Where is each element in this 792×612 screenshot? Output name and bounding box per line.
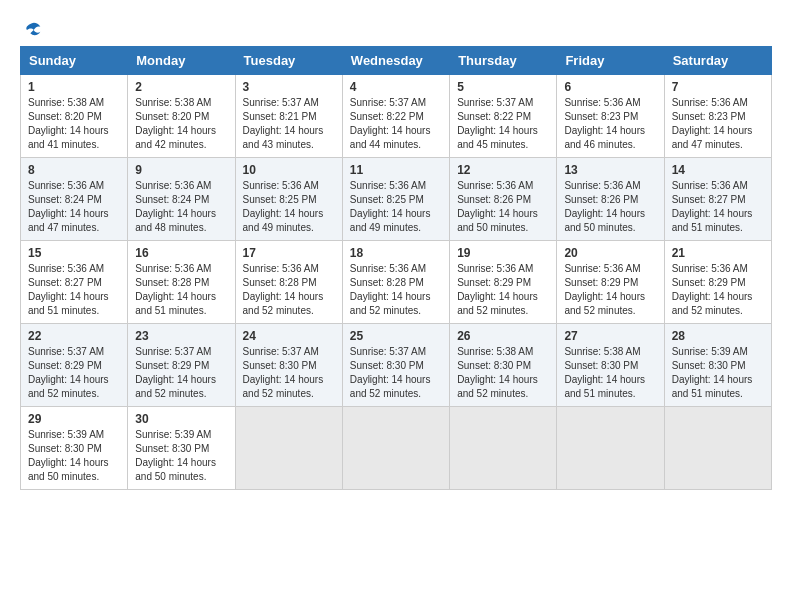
calendar-cell: 20 Sunrise: 5:36 AM Sunset: 8:29 PM Dayl… xyxy=(557,241,664,324)
daylight-label: Daylight: 14 hours and 50 minutes. xyxy=(457,208,538,233)
cell-content: Sunrise: 5:38 AM Sunset: 8:20 PM Dayligh… xyxy=(135,96,227,152)
sunset-label: Sunset: 8:27 PM xyxy=(672,194,746,205)
cell-content: Sunrise: 5:36 AM Sunset: 8:26 PM Dayligh… xyxy=(564,179,656,235)
calendar-cell: 14 Sunrise: 5:36 AM Sunset: 8:27 PM Dayl… xyxy=(664,158,771,241)
calendar-cell xyxy=(557,407,664,490)
cell-content: Sunrise: 5:36 AM Sunset: 8:24 PM Dayligh… xyxy=(28,179,120,235)
calendar-table: SundayMondayTuesdayWednesdayThursdayFrid… xyxy=(20,46,772,490)
cell-content: Sunrise: 5:36 AM Sunset: 8:28 PM Dayligh… xyxy=(350,262,442,318)
day-number: 9 xyxy=(135,163,227,177)
daylight-label: Daylight: 14 hours and 41 minutes. xyxy=(28,125,109,150)
day-number: 11 xyxy=(350,163,442,177)
sunrise-label: Sunrise: 5:39 AM xyxy=(672,346,748,357)
daylight-label: Daylight: 14 hours and 45 minutes. xyxy=(457,125,538,150)
day-header-tuesday: Tuesday xyxy=(235,47,342,75)
calendar-cell: 9 Sunrise: 5:36 AM Sunset: 8:24 PM Dayli… xyxy=(128,158,235,241)
sunrise-label: Sunrise: 5:36 AM xyxy=(243,263,319,274)
cell-content: Sunrise: 5:39 AM Sunset: 8:30 PM Dayligh… xyxy=(135,428,227,484)
daylight-label: Daylight: 14 hours and 49 minutes. xyxy=(243,208,324,233)
day-number: 2 xyxy=(135,80,227,94)
calendar-cell: 28 Sunrise: 5:39 AM Sunset: 8:30 PM Dayl… xyxy=(664,324,771,407)
cell-content: Sunrise: 5:36 AM Sunset: 8:28 PM Dayligh… xyxy=(135,262,227,318)
calendar-cell: 13 Sunrise: 5:36 AM Sunset: 8:26 PM Dayl… xyxy=(557,158,664,241)
calendar-cell: 23 Sunrise: 5:37 AM Sunset: 8:29 PM Dayl… xyxy=(128,324,235,407)
day-header-wednesday: Wednesday xyxy=(342,47,449,75)
calendar-row: 29 Sunrise: 5:39 AM Sunset: 8:30 PM Dayl… xyxy=(21,407,772,490)
day-header-friday: Friday xyxy=(557,47,664,75)
day-number: 18 xyxy=(350,246,442,260)
cell-content: Sunrise: 5:38 AM Sunset: 8:30 PM Dayligh… xyxy=(457,345,549,401)
day-number: 16 xyxy=(135,246,227,260)
calendar-cell: 2 Sunrise: 5:38 AM Sunset: 8:20 PM Dayli… xyxy=(128,75,235,158)
sunrise-label: Sunrise: 5:36 AM xyxy=(135,263,211,274)
daylight-label: Daylight: 14 hours and 44 minutes. xyxy=(350,125,431,150)
sunrise-label: Sunrise: 5:36 AM xyxy=(350,263,426,274)
cell-content: Sunrise: 5:39 AM Sunset: 8:30 PM Dayligh… xyxy=(28,428,120,484)
daylight-label: Daylight: 14 hours and 52 minutes. xyxy=(28,374,109,399)
sunset-label: Sunset: 8:30 PM xyxy=(672,360,746,371)
day-header-thursday: Thursday xyxy=(450,47,557,75)
daylight-label: Daylight: 14 hours and 51 minutes. xyxy=(28,291,109,316)
calendar-cell: 18 Sunrise: 5:36 AM Sunset: 8:28 PM Dayl… xyxy=(342,241,449,324)
sunrise-label: Sunrise: 5:37 AM xyxy=(243,97,319,108)
day-number: 14 xyxy=(672,163,764,177)
calendar-header-row: SundayMondayTuesdayWednesdayThursdayFrid… xyxy=(21,47,772,75)
calendar-cell: 25 Sunrise: 5:37 AM Sunset: 8:30 PM Dayl… xyxy=(342,324,449,407)
cell-content: Sunrise: 5:38 AM Sunset: 8:20 PM Dayligh… xyxy=(28,96,120,152)
sunset-label: Sunset: 8:22 PM xyxy=(457,111,531,122)
daylight-label: Daylight: 14 hours and 51 minutes. xyxy=(672,208,753,233)
calendar-cell: 6 Sunrise: 5:36 AM Sunset: 8:23 PM Dayli… xyxy=(557,75,664,158)
cell-content: Sunrise: 5:36 AM Sunset: 8:26 PM Dayligh… xyxy=(457,179,549,235)
cell-content: Sunrise: 5:36 AM Sunset: 8:29 PM Dayligh… xyxy=(564,262,656,318)
day-number: 21 xyxy=(672,246,764,260)
sunset-label: Sunset: 8:20 PM xyxy=(28,111,102,122)
cell-content: Sunrise: 5:36 AM Sunset: 8:29 PM Dayligh… xyxy=(457,262,549,318)
calendar-cell: 5 Sunrise: 5:37 AM Sunset: 8:22 PM Dayli… xyxy=(450,75,557,158)
sunset-label: Sunset: 8:29 PM xyxy=(135,360,209,371)
sunset-label: Sunset: 8:24 PM xyxy=(135,194,209,205)
day-number: 20 xyxy=(564,246,656,260)
daylight-label: Daylight: 14 hours and 52 minutes. xyxy=(243,291,324,316)
sunrise-label: Sunrise: 5:36 AM xyxy=(28,263,104,274)
daylight-label: Daylight: 14 hours and 48 minutes. xyxy=(135,208,216,233)
daylight-label: Daylight: 14 hours and 43 minutes. xyxy=(243,125,324,150)
cell-content: Sunrise: 5:39 AM Sunset: 8:30 PM Dayligh… xyxy=(672,345,764,401)
calendar-cell xyxy=(664,407,771,490)
sunrise-label: Sunrise: 5:36 AM xyxy=(564,263,640,274)
calendar-cell xyxy=(342,407,449,490)
daylight-label: Daylight: 14 hours and 50 minutes. xyxy=(564,208,645,233)
day-number: 27 xyxy=(564,329,656,343)
sunset-label: Sunset: 8:30 PM xyxy=(28,443,102,454)
daylight-label: Daylight: 14 hours and 42 minutes. xyxy=(135,125,216,150)
day-number: 22 xyxy=(28,329,120,343)
sunrise-label: Sunrise: 5:36 AM xyxy=(672,263,748,274)
daylight-label: Daylight: 14 hours and 51 minutes. xyxy=(564,374,645,399)
day-number: 25 xyxy=(350,329,442,343)
sunrise-label: Sunrise: 5:36 AM xyxy=(457,263,533,274)
sunrise-label: Sunrise: 5:37 AM xyxy=(350,97,426,108)
daylight-label: Daylight: 14 hours and 50 minutes. xyxy=(135,457,216,482)
sunrise-label: Sunrise: 5:38 AM xyxy=(135,97,211,108)
sunrise-label: Sunrise: 5:36 AM xyxy=(243,180,319,191)
daylight-label: Daylight: 14 hours and 46 minutes. xyxy=(564,125,645,150)
daylight-label: Daylight: 14 hours and 52 minutes. xyxy=(457,291,538,316)
calendar-cell: 3 Sunrise: 5:37 AM Sunset: 8:21 PM Dayli… xyxy=(235,75,342,158)
calendar-cell: 29 Sunrise: 5:39 AM Sunset: 8:30 PM Dayl… xyxy=(21,407,128,490)
cell-content: Sunrise: 5:37 AM Sunset: 8:22 PM Dayligh… xyxy=(350,96,442,152)
day-number: 13 xyxy=(564,163,656,177)
sunrise-label: Sunrise: 5:37 AM xyxy=(457,97,533,108)
daylight-label: Daylight: 14 hours and 52 minutes. xyxy=(672,291,753,316)
day-header-saturday: Saturday xyxy=(664,47,771,75)
sunset-label: Sunset: 8:29 PM xyxy=(28,360,102,371)
day-number: 24 xyxy=(243,329,335,343)
day-number: 7 xyxy=(672,80,764,94)
cell-content: Sunrise: 5:36 AM Sunset: 8:29 PM Dayligh… xyxy=(672,262,764,318)
day-number: 26 xyxy=(457,329,549,343)
sunset-label: Sunset: 8:26 PM xyxy=(564,194,638,205)
cell-content: Sunrise: 5:37 AM Sunset: 8:29 PM Dayligh… xyxy=(28,345,120,401)
sunrise-label: Sunrise: 5:37 AM xyxy=(243,346,319,357)
sunset-label: Sunset: 8:24 PM xyxy=(28,194,102,205)
logo-bird-icon xyxy=(22,20,42,40)
daylight-label: Daylight: 14 hours and 47 minutes. xyxy=(672,125,753,150)
sunrise-label: Sunrise: 5:36 AM xyxy=(672,97,748,108)
